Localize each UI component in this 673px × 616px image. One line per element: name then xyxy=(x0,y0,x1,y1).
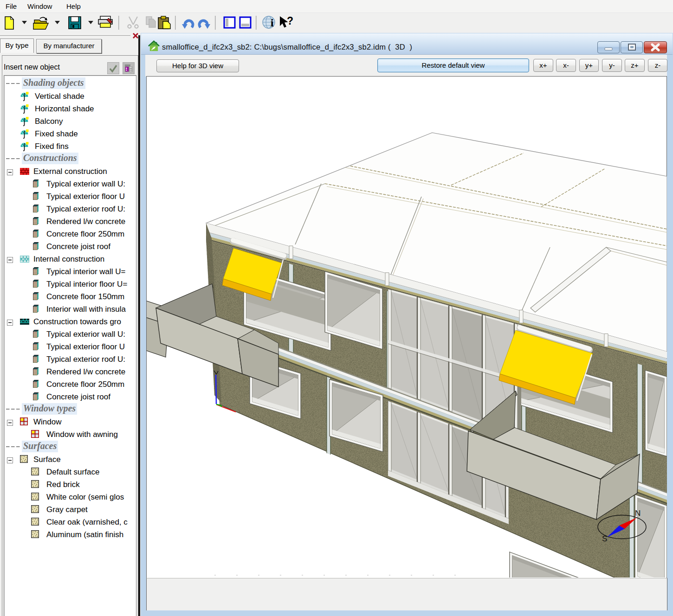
svg-text:?: ? xyxy=(287,15,293,27)
svg-text:N: N xyxy=(635,509,641,518)
svg-text:S: S xyxy=(602,534,607,543)
svg-text:i: i xyxy=(271,17,274,29)
